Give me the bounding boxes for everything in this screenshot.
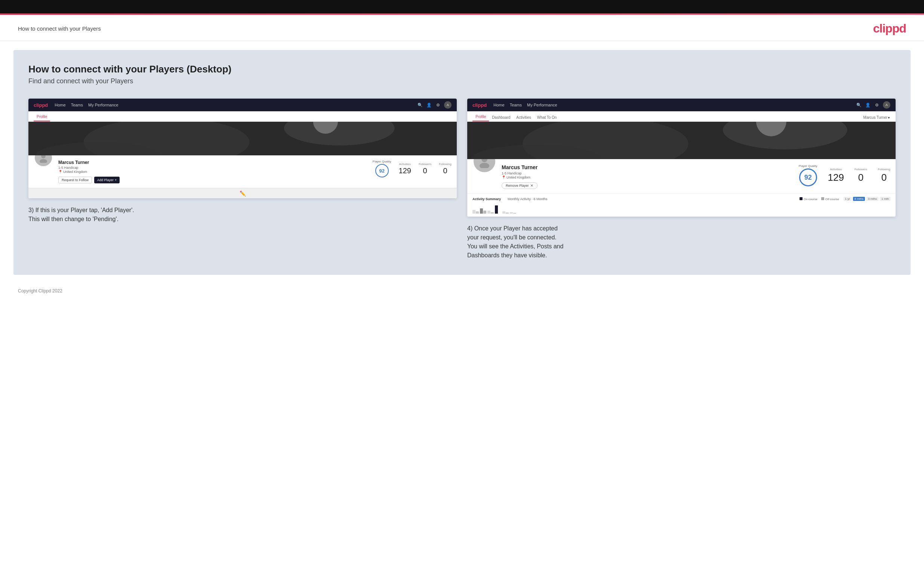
chart-bars-3 bbox=[488, 211, 494, 214]
main-title: How to connect with your Players (Deskto… bbox=[28, 63, 896, 75]
activity-header: Activity Summary Monthly Activity · 6 Mo… bbox=[472, 197, 890, 201]
chart-bar bbox=[472, 210, 475, 214]
profile-banner-right bbox=[467, 122, 896, 159]
svg-point-6 bbox=[40, 159, 47, 163]
location-pin-icon-left: 📍 bbox=[58, 170, 62, 174]
tab-profile-right[interactable]: Profile bbox=[472, 114, 489, 121]
app-nav-icons-left: 🔍 👤 ⚙ A bbox=[417, 101, 452, 109]
search-icon-left[interactable]: 🔍 bbox=[417, 102, 423, 108]
user-icon-left[interactable]: 👤 bbox=[426, 102, 432, 108]
quality-circle-left: 92 bbox=[375, 164, 389, 177]
chart-bar bbox=[513, 213, 516, 214]
stat-activities-right: Activities 129 bbox=[828, 168, 844, 184]
monthly-activity-label: Monthly Activity · 6 Months bbox=[507, 197, 548, 201]
pencil-icon-left: ✏️ bbox=[240, 190, 246, 197]
chart-bar bbox=[491, 212, 494, 214]
chart-bars-1 bbox=[472, 210, 479, 214]
chart-bar bbox=[510, 212, 513, 214]
chart-bar bbox=[483, 211, 486, 214]
nav-teams-left[interactable]: Teams bbox=[71, 103, 83, 107]
avatar-left[interactable]: A bbox=[444, 101, 452, 109]
request-follow-button[interactable]: Request to Follow bbox=[58, 177, 92, 184]
app-nav-links-right: Home Teams My Performance bbox=[493, 103, 856, 107]
player-name-right: Marcus Turner bbox=[502, 164, 793, 170]
page-header-title: How to connect with your Players bbox=[18, 26, 101, 32]
app-window-right: clippd Home Teams My Performance 🔍 👤 ⚙ A bbox=[467, 98, 896, 217]
nav-myperformance-right[interactable]: My Performance bbox=[527, 103, 557, 107]
activity-controls: 1 yr 6 mths 3 mths 1 mth bbox=[844, 197, 890, 201]
profile-info-right: Marcus Turner 1-5 Handicap 📍 United King… bbox=[467, 159, 896, 193]
screenshot-overlay-left: ✏️ bbox=[28, 188, 457, 198]
chart-bar bbox=[480, 208, 483, 214]
tab-profile-left[interactable]: Profile bbox=[34, 114, 50, 121]
chart-bar bbox=[506, 213, 509, 214]
time-btn-3mths[interactable]: 3 mths bbox=[866, 197, 879, 201]
page-footer: Copyright Clippd 2022 bbox=[0, 284, 924, 301]
avatar-right[interactable]: A bbox=[883, 101, 890, 109]
app-nav-links-left: Home Teams My Performance bbox=[55, 103, 417, 107]
top-bar bbox=[0, 0, 924, 13]
player-location-right: 📍 United Kingdom bbox=[502, 176, 793, 179]
stat-followers-right: Followers 0 bbox=[855, 168, 867, 184]
stat-following-left: Following 0 bbox=[439, 163, 452, 175]
app-logo-left: clippd bbox=[34, 102, 48, 108]
player-handicap-left: 1-5 Handicap bbox=[58, 166, 367, 169]
stats-row-right: Player Quality 92 Activities 129 Followe… bbox=[799, 164, 890, 186]
remove-player-button[interactable]: Remove Player ✕ bbox=[502, 182, 538, 189]
legend-offcourse: Off course bbox=[821, 197, 839, 201]
profile-actions-left: Request to Follow Add Player + bbox=[58, 177, 367, 184]
screenshot-left-col: clippd Home Teams My Performance 🔍 👤 ⚙ A bbox=[28, 98, 457, 260]
nav-home-right[interactable]: Home bbox=[493, 103, 504, 107]
add-player-button[interactable]: Add Player + bbox=[94, 177, 120, 184]
tab-activities-right[interactable]: Activities bbox=[513, 115, 534, 121]
close-icon-right: ✕ bbox=[530, 184, 533, 187]
profile-details-right: Marcus Turner 1-5 Handicap 📍 United King… bbox=[502, 163, 793, 189]
profile-info-left: Marcus Turner 1-5 Handicap 📍 United King… bbox=[28, 155, 457, 188]
app-logo-right: clippd bbox=[472, 102, 487, 108]
player-quality-left: Player Quality 92 bbox=[373, 160, 391, 177]
chart-area bbox=[472, 203, 890, 214]
plus-icon-left: + bbox=[115, 178, 116, 182]
chevron-down-icon-right: ▼ bbox=[887, 116, 890, 121]
search-icon-right[interactable]: 🔍 bbox=[856, 102, 862, 108]
player-name-left: Marcus Turner bbox=[58, 160, 367, 165]
page-header: How to connect with your Players clippd bbox=[0, 15, 924, 41]
nav-teams-right[interactable]: Teams bbox=[510, 103, 522, 107]
player-location-left: 📍 United Kingdom bbox=[58, 170, 367, 174]
screenshot-right-col: clippd Home Teams My Performance 🔍 👤 ⚙ A bbox=[467, 98, 896, 260]
player-handicap-right: 1-5 Handicap bbox=[502, 171, 793, 175]
settings-icon-left[interactable]: ⚙ bbox=[435, 102, 441, 108]
main-subtitle: Find and connect with your Players bbox=[28, 77, 896, 85]
nav-home-left[interactable]: Home bbox=[55, 103, 65, 107]
stats-row-left: Player Quality 92 Activities 129 Followe… bbox=[373, 158, 452, 177]
user-dropdown-right[interactable]: Marcus Turner bbox=[863, 115, 887, 121]
chart-bars-5 bbox=[502, 211, 509, 214]
chart-bars-6 bbox=[510, 212, 516, 214]
tab-dashboard-right[interactable]: Dashboard bbox=[489, 115, 513, 121]
main-content: How to connect with your Players (Deskto… bbox=[13, 50, 911, 275]
chart-bar bbox=[476, 211, 479, 214]
time-btn-6mths[interactable]: 6 mths bbox=[853, 197, 865, 201]
time-btn-1mth[interactable]: 1 mth bbox=[880, 197, 890, 201]
activity-legend: On course Off course bbox=[800, 197, 839, 201]
time-btn-1yr[interactable]: 1 yr bbox=[844, 197, 851, 201]
app-window-left: clippd Home Teams My Performance 🔍 👤 ⚙ A bbox=[28, 98, 457, 198]
stat-activities-left: Activities 129 bbox=[399, 163, 411, 175]
nav-myperformance-left[interactable]: My Performance bbox=[88, 103, 118, 107]
app-tabs-right: Profile Dashboard Activities What To On … bbox=[467, 111, 896, 122]
chart-bar bbox=[502, 211, 506, 214]
clippd-logo: clippd bbox=[873, 22, 906, 35]
settings-icon-right[interactable]: ⚙ bbox=[874, 102, 880, 108]
legend-oncourse: On course bbox=[800, 197, 817, 201]
chart-bars-4 bbox=[495, 205, 501, 214]
activity-area-right: Activity Summary Monthly Activity · 6 Mo… bbox=[467, 193, 896, 217]
user-icon-right[interactable]: 👤 bbox=[865, 102, 871, 108]
chart-bars-2 bbox=[480, 208, 486, 214]
location-pin-icon-right: 📍 bbox=[502, 176, 506, 179]
tab-whattoon-right[interactable]: What To On bbox=[534, 115, 560, 121]
profile-details-left: Marcus Turner 1-5 Handicap 📍 United King… bbox=[58, 158, 367, 184]
app-navbar-left: clippd Home Teams My Performance 🔍 👤 ⚙ A bbox=[28, 98, 457, 111]
screenshots-row: clippd Home Teams My Performance 🔍 👤 ⚙ A bbox=[28, 98, 896, 260]
copyright-text: Copyright Clippd 2022 bbox=[18, 288, 62, 293]
activity-summary-label: Activity Summary bbox=[472, 197, 501, 201]
